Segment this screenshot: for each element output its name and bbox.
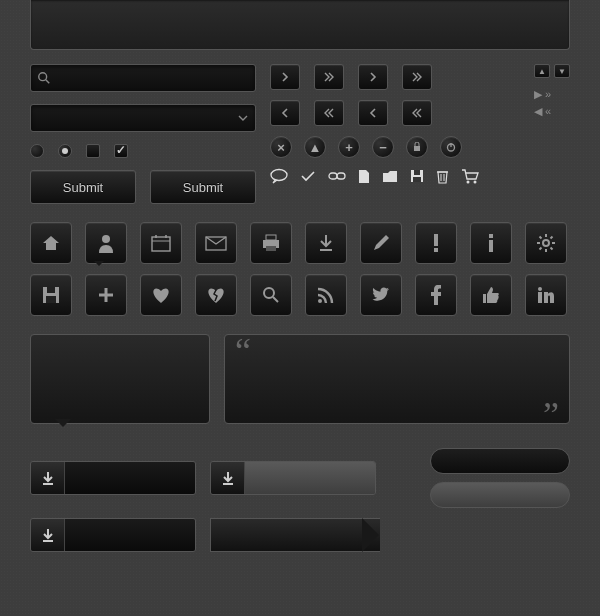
pill-button-light[interactable] <box>430 482 570 508</box>
download-button-light[interactable] <box>210 461 376 495</box>
home-icon[interactable] <box>30 222 72 264</box>
checkbox-unchecked[interactable] <box>86 144 100 158</box>
select-field[interactable] <box>30 104 256 132</box>
thumbs-up-icon[interactable] <box>470 274 512 316</box>
rss-icon[interactable] <box>305 274 347 316</box>
speech-bubble <box>30 334 210 424</box>
quote-open-icon: “ <box>235 341 559 361</box>
download-button-dark[interactable] <box>30 518 196 552</box>
svg-rect-28 <box>489 234 493 238</box>
play-icon: ▶ <box>534 88 542 101</box>
info-icon[interactable] <box>470 222 512 264</box>
submit-button-alt[interactable]: Submit <box>150 170 256 204</box>
calendar-icon[interactable] <box>140 222 182 264</box>
top-panel <box>30 0 570 50</box>
linkedin-icon[interactable] <box>525 274 567 316</box>
rewind-icon[interactable] <box>402 100 432 126</box>
svg-rect-41 <box>46 296 56 303</box>
link-icon <box>328 171 346 181</box>
submit-button[interactable]: Submit <box>30 170 136 204</box>
download-arrow-icon <box>211 462 245 494</box>
folder-icon <box>382 170 398 183</box>
user-icon[interactable] <box>85 222 127 264</box>
svg-rect-40 <box>47 287 55 293</box>
svg-point-30 <box>543 240 549 246</box>
download-arrow-icon <box>31 519 65 551</box>
svg-point-15 <box>474 180 477 183</box>
checkbox-checked[interactable] <box>114 144 128 158</box>
prev-icon[interactable] <box>270 100 300 126</box>
twitter-icon[interactable] <box>360 274 402 316</box>
svg-line-35 <box>540 237 542 239</box>
svg-rect-29 <box>489 240 493 252</box>
mail-icon[interactable] <box>195 222 237 264</box>
up-icon[interactable]: ▲ <box>304 136 326 158</box>
plus-icon[interactable] <box>85 274 127 316</box>
svg-point-14 <box>467 180 470 183</box>
cart-icon <box>461 169 479 184</box>
up-mini-icon[interactable]: ▲ <box>534 64 550 78</box>
back-icon: ◀ <box>534 105 542 118</box>
gear-icon[interactable] <box>525 222 567 264</box>
svg-rect-27 <box>434 248 438 252</box>
svg-rect-7 <box>337 173 345 179</box>
svg-line-38 <box>551 237 553 239</box>
svg-rect-10 <box>413 177 421 182</box>
prev-icon[interactable] <box>358 100 388 126</box>
radio-selected[interactable] <box>58 144 72 158</box>
svg-line-45 <box>273 297 278 302</box>
file-icon <box>358 169 370 184</box>
minus-icon[interactable]: − <box>372 136 394 158</box>
search-field[interactable] <box>30 64 256 92</box>
radio-unselected[interactable] <box>30 144 44 158</box>
svg-rect-17 <box>152 237 170 251</box>
download-arrow-icon <box>31 462 65 494</box>
svg-line-36 <box>551 248 553 250</box>
download-icon[interactable] <box>305 222 347 264</box>
trash-icon <box>436 169 449 184</box>
search-icon[interactable] <box>250 274 292 316</box>
svg-line-1 <box>46 80 50 84</box>
add-icon[interactable]: + <box>338 136 360 158</box>
forward-mini-icon: » <box>545 88 551 101</box>
svg-rect-26 <box>434 234 438 246</box>
alert-icon[interactable] <box>415 222 457 264</box>
quote-close-icon: ” <box>543 405 559 425</box>
rewind-mini-icon: « <box>545 105 551 118</box>
svg-point-46 <box>318 299 322 303</box>
facebook-icon[interactable] <box>415 274 457 316</box>
chevron-down-icon <box>237 112 249 124</box>
svg-point-0 <box>39 73 47 81</box>
check-icon <box>300 169 316 183</box>
heart-icon[interactable] <box>140 274 182 316</box>
down-mini-icon[interactable]: ▼ <box>554 64 570 78</box>
disk-icon <box>410 169 424 183</box>
forward-icon[interactable] <box>402 64 432 90</box>
chat-icon <box>270 168 288 184</box>
search-input[interactable] <box>57 72 255 84</box>
download-button-dark[interactable] <box>30 461 196 495</box>
svg-rect-2 <box>414 146 420 151</box>
heart-broken-icon[interactable] <box>195 274 237 316</box>
rewind-icon[interactable] <box>314 100 344 126</box>
forward-icon[interactable] <box>314 64 344 90</box>
print-icon[interactable] <box>250 222 292 264</box>
svg-rect-6 <box>329 173 337 179</box>
save-icon[interactable] <box>30 274 72 316</box>
svg-point-5 <box>271 170 287 181</box>
svg-point-16 <box>102 235 110 243</box>
ribbon-button[interactable] <box>210 518 380 552</box>
pill-button-dark[interactable] <box>430 448 570 474</box>
power-icon[interactable] <box>440 136 462 158</box>
close-icon[interactable]: × <box>270 136 292 158</box>
next-icon[interactable] <box>358 64 388 90</box>
svg-line-37 <box>540 248 542 250</box>
quote-box: “ ” <box>224 334 570 424</box>
svg-rect-9 <box>414 170 420 175</box>
svg-rect-23 <box>266 235 276 240</box>
lock-icon[interactable] <box>406 136 428 158</box>
svg-point-48 <box>538 287 542 291</box>
pencil-icon[interactable] <box>360 222 402 264</box>
next-icon[interactable] <box>270 64 300 90</box>
search-icon <box>31 71 57 85</box>
